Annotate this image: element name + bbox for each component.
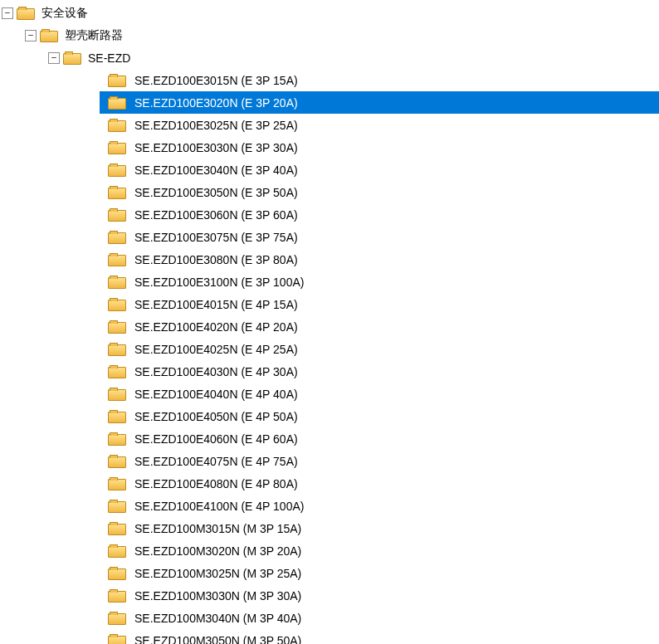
tree-item[interactable]: SE.EZD100E3100N (E 3P 100A) [0,271,659,293]
tree-item[interactable]: SE.EZD100E4050N (E 4P 50A) [0,405,659,427]
folder-icon [108,388,124,400]
tree-view: − 安全设备 − 塑壳断路器 − SE-EZD SE.EZD100E3015N … [0,0,659,644]
folder-icon [108,590,124,602]
tree-item-content[interactable]: SE.EZD100E3080N (E 3P 80A) [100,248,659,271]
folder-icon [108,612,124,624]
tree-item-content[interactable]: SE.EZD100E3015N (E 3P 15A) [100,69,659,91]
folder-icon [40,30,56,41]
folder-icon [108,209,124,221]
tree-item-content[interactable]: SE.EZD100E4050N (E 4P 50A) [100,405,659,427]
tree-item-content[interactable]: SE.EZD100E4060N (E 4P 60A) [100,427,659,450]
folder-icon [108,142,124,154]
tree-item[interactable]: SE.EZD100E3060N (E 3P 60A) [0,203,659,226]
tree-item-label: SE.EZD100M3020N (M 3P 20A) [129,544,306,558]
folder-icon [108,411,124,422]
tree-item-content[interactable]: SE.EZD100E4025N (E 4P 25A) [100,338,659,360]
tree-item[interactable]: SE.EZD100E4075N (E 4P 75A) [0,450,659,472]
folder-icon [108,276,124,288]
folder-icon [108,75,124,86]
folder-icon [108,321,124,333]
tree-item-content[interactable]: SE.EZD100E3025N (E 3P 25A) [100,114,659,136]
tree-item-label: SE.EZD100E3025N (E 3P 25A) [129,119,303,132]
collapse-toggle-icon[interactable]: − [48,52,60,64]
tree-item-content[interactable]: SE.EZD100E4015N (E 4P 15A) [100,293,659,315]
folder-icon [108,568,124,579]
tree-item[interactable]: SE.EZD100M3040N (M 3P 40A) [0,607,659,629]
tree-node-root[interactable]: − 安全设备 [0,2,659,24]
tree-item-label: SE.EZD100E3030N (E 3P 30A) [129,141,303,154]
tree-item-content[interactable]: SE.EZD100E3075N (E 3P 75A) [100,226,659,248]
tree-item[interactable]: SE.EZD100E4040N (E 4P 40A) [0,383,659,405]
tree-item[interactable]: SE.EZD100M3050N (M 3P 50A) [0,629,659,644]
tree-item-label: SE.EZD100E4100N (E 4P 100A) [129,500,309,513]
collapse-toggle-icon[interactable]: − [25,30,37,41]
tree-item-label: SE.EZD100M3030N (M 3P 30A) [129,589,306,603]
tree-item-label: SE.EZD100E4025N (E 4P 25A) [129,343,303,356]
tree-item-label: SE.EZD100E4080N (E 4P 80A) [129,477,303,490]
tree-item[interactable]: SE.EZD100E3040N (E 3P 40A) [0,159,659,181]
tree-item-label: SE.EZD100E3040N (E 3P 40A) [129,163,303,177]
tree-item[interactable]: SE.EZD100E4025N (E 4P 25A) [0,338,659,360]
tree-item-content[interactable]: SE.EZD100E4030N (E 4P 30A) [100,360,659,383]
tree-item-content[interactable]: SE.EZD100E4020N (E 4P 20A) [100,315,659,338]
tree-item-content[interactable]: SE.EZD100E4075N (E 4P 75A) [100,450,659,472]
folder-icon [108,187,124,198]
tree-item-content[interactable]: SE.EZD100E3030N (E 3P 30A) [100,136,659,159]
tree-item-content[interactable]: SE.EZD100E3020N (E 3P 20A) [100,91,659,114]
tree-item-content[interactable]: SE.EZD100E4040N (E 4P 40A) [100,383,659,405]
tree-item-content[interactable]: SE.EZD100M3025N (M 3P 25A) [100,562,659,584]
folder-icon [108,635,124,645]
tree-item-label: SE.EZD100E4075N (E 4P 75A) [129,455,303,468]
tree-item-label: SE.EZD100E4015N (E 4P 15A) [129,298,303,311]
tree-item-label: SE.EZD100E3020N (E 3P 20A) [129,96,303,110]
tree-item-content[interactable]: SE.EZD100E3040N (E 3P 40A) [100,159,659,181]
tree-item[interactable]: SE.EZD100E4020N (E 4P 20A) [0,315,659,338]
tree-item[interactable]: SE.EZD100E4030N (E 4P 30A) [0,360,659,383]
tree-item[interactable]: SE.EZD100E3020N (E 3P 20A) [0,91,659,114]
tree-item[interactable]: SE.EZD100E3015N (E 3P 15A) [0,69,659,91]
folder-icon [108,456,124,467]
tree-item[interactable]: SE.EZD100E3050N (E 3P 50A) [0,181,659,203]
tree-item-content[interactable]: SE.EZD100E3050N (E 3P 50A) [100,181,659,203]
folder-icon [108,545,124,557]
tree-item[interactable]: SE.EZD100E3030N (E 3P 30A) [0,136,659,159]
tree-item-label: SE.EZD100E3015N (E 3P 15A) [129,74,303,87]
tree-item[interactable]: SE.EZD100M3030N (M 3P 30A) [0,584,659,607]
folder-icon [108,254,124,266]
folder-icon [108,164,124,176]
tree-item[interactable]: SE.EZD100E3075N (E 3P 75A) [0,226,659,248]
folder-icon [108,478,124,490]
folder-icon [108,523,124,534]
tree-item-label: SE.EZD100E3075N (E 3P 75A) [129,231,303,244]
tree-item-content[interactable]: SE.EZD100E3100N (E 3P 100A) [100,271,659,293]
tree-item-content[interactable]: SE.EZD100E3060N (E 3P 60A) [100,203,659,226]
tree-item[interactable]: SE.EZD100M3015N (M 3P 15A) [0,517,659,539]
tree-item-label: SE.EZD100M3040N (M 3P 40A) [129,612,306,625]
tree-item-content[interactable]: SE.EZD100M3050N (M 3P 50A) [100,629,659,644]
tree-item-content[interactable]: SE.EZD100M3030N (M 3P 30A) [100,584,659,607]
tree-item[interactable]: SE.EZD100E3025N (E 3P 25A) [0,114,659,136]
tree-node-level1[interactable]: − 塑壳断路器 [0,24,659,46]
folder-icon [108,97,124,109]
tree-item[interactable]: SE.EZD100M3025N (M 3P 25A) [0,562,659,584]
tree-item[interactable]: SE.EZD100E4080N (E 4P 80A) [0,472,659,495]
tree-item-content[interactable]: SE.EZD100E4100N (E 4P 100A) [100,495,659,517]
tree-node-label: SE-EZD [85,51,134,65]
tree-item-content[interactable]: SE.EZD100M3020N (M 3P 20A) [100,539,659,562]
tree-leaf-container: SE.EZD100E3015N (E 3P 15A)SE.EZD100E3020… [0,69,659,644]
tree-item-label: SE.EZD100M3025N (M 3P 25A) [129,567,306,580]
tree-item-content[interactable]: SE.EZD100M3040N (M 3P 40A) [100,607,659,629]
tree-item[interactable]: SE.EZD100E3080N (E 3P 80A) [0,248,659,271]
collapse-toggle-icon[interactable]: − [2,7,13,19]
tree-item-content[interactable]: SE.EZD100E4080N (E 4P 80A) [100,472,659,495]
folder-icon [108,366,124,378]
tree-item[interactable]: SE.EZD100E4100N (E 4P 100A) [0,495,659,517]
tree-node-level2[interactable]: − SE-EZD [0,46,659,69]
folder-icon [108,299,124,310]
tree-item[interactable]: SE.EZD100M3020N (M 3P 20A) [0,539,659,562]
folder-icon [63,52,80,64]
tree-item-label: SE.EZD100E4030N (E 4P 30A) [129,365,303,378]
tree-item[interactable]: SE.EZD100E4060N (E 4P 60A) [0,427,659,450]
tree-item[interactable]: SE.EZD100E4015N (E 4P 15A) [0,293,659,315]
tree-item-content[interactable]: SE.EZD100M3015N (M 3P 15A) [100,517,659,539]
